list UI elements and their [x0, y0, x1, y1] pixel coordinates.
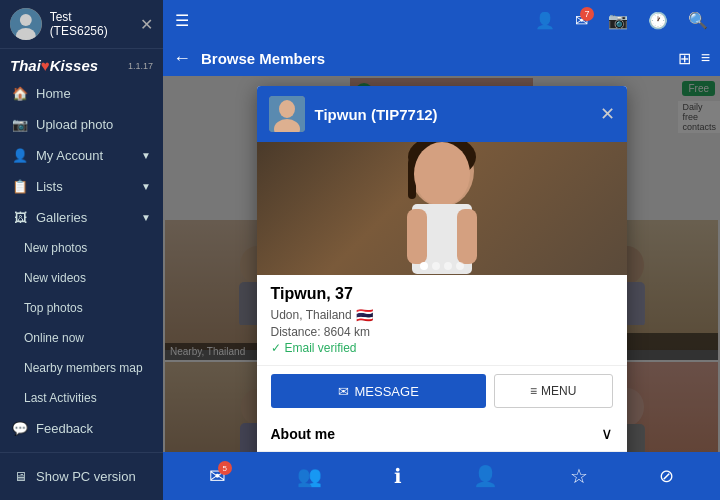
grid-view-icon[interactable]: ⊞ — [678, 49, 691, 68]
show-pc-version[interactable]: 🖥 Show PC version — [0, 461, 163, 492]
messages-icon[interactable]: ✉ 7 — [575, 11, 588, 30]
person-icon: 👤 — [12, 148, 28, 163]
sidebar-bottom: 🖥 Show PC version — [0, 452, 163, 500]
bottom-members-icon[interactable]: 👥 — [297, 464, 322, 488]
home-icon: 🏠 — [12, 86, 28, 101]
nav-feedback[interactable]: 💬 Feedback — [0, 413, 163, 444]
member-main-photo — [352, 142, 532, 275]
bottom-messages-icon[interactable]: ✉ 5 — [209, 464, 226, 488]
sidebar-nav: 🏠 Home 📷 Upload photo 👤 My Account ▼ 📋 L… — [0, 78, 163, 452]
nav-languages[interactable]: 🌐 Languages — [0, 444, 163, 452]
chevron-right-icon: ∨ — [601, 424, 613, 443]
envelope-icon: ✉ — [338, 384, 349, 399]
nav-top-photos-label: Top photos — [24, 301, 83, 315]
bottom-favorites-icon[interactable]: ☆ — [570, 464, 588, 488]
list-view-icon[interactable]: ≡ — [701, 49, 710, 67]
nav-new-photos-label: New photos — [24, 241, 87, 255]
menu-lines-icon: ≡ — [530, 384, 537, 398]
about-title: About me — [271, 426, 336, 442]
bottom-profile-icon[interactable]: 👤 — [473, 464, 498, 488]
photo-dot-4[interactable] — [456, 262, 464, 270]
nav-lists-label: Lists — [36, 179, 63, 194]
clock-icon[interactable]: 🕐 — [648, 11, 668, 30]
menu-label: MENU — [541, 384, 576, 398]
svg-rect-26 — [407, 209, 427, 264]
camera-icon: 📷 — [12, 117, 28, 132]
show-pc-label: Show PC version — [36, 469, 136, 484]
nav-nearby-map[interactable]: Nearby members map — [0, 353, 163, 383]
sidebar-close-icon[interactable]: ✕ — [140, 15, 153, 34]
profile-icon[interactable]: 👤 — [535, 11, 555, 30]
member-location: Udon, Thailand 🇹🇭 — [271, 307, 613, 323]
nav-home[interactable]: 🏠 Home — [0, 78, 163, 109]
nav-account-label: My Account — [36, 148, 103, 163]
message-label: MESSAGE — [355, 384, 419, 399]
main-area: ☰ 👤 ✉ 7 📷 🕐 🔍 ← Browse Members ⊞ ≡ — [163, 0, 720, 500]
svg-point-18 — [279, 100, 295, 118]
photo-dot-3[interactable] — [444, 262, 452, 270]
back-icon[interactable]: ← — [173, 48, 191, 69]
logo-heart: ♥ — [41, 57, 50, 74]
sidebar-header: Test (TES6256) ✕ — [0, 0, 163, 49]
list-icon: 📋 — [12, 179, 28, 194]
gallery-icon: 🖼 — [12, 210, 28, 225]
svg-point-23 — [414, 142, 470, 206]
sidebar-username: Test (TES6256) — [50, 10, 132, 38]
photo-dots — [420, 262, 464, 270]
about-me-section[interactable]: About me ∨ — [257, 416, 627, 452]
feedback-icon: 💬 — [12, 421, 28, 436]
nav-new-videos[interactable]: New videos — [0, 263, 163, 293]
bottom-message-badge: 5 — [218, 461, 232, 475]
bottom-bar: ✉ 5 👥 ℹ 👤 ☆ ⊘ — [163, 452, 720, 500]
chevron-down-icon-2: ▼ — [141, 181, 151, 192]
nav-activities-label: Last Activities — [24, 391, 97, 405]
photo-dot-2[interactable] — [432, 262, 440, 270]
message-badge: 7 — [580, 7, 594, 21]
verified-label: Email verified — [285, 341, 357, 355]
browse-header: ← Browse Members ⊞ ≡ — [163, 40, 720, 76]
modal-info: Tipwun, 37 Udon, Thailand 🇹🇭 Distance: 8… — [257, 275, 627, 366]
nav-online-label: Online now — [24, 331, 84, 345]
monitor-icon: 🖥 — [12, 469, 28, 484]
logo-thai: Thai — [10, 57, 41, 74]
menu-icon[interactable]: ☰ — [175, 11, 189, 30]
logo-area: Thai♥Kisses 1.1.17 — [0, 49, 163, 78]
svg-rect-25 — [457, 209, 477, 264]
camera-top-icon[interactable]: 📷 — [608, 11, 628, 30]
sidebar: Test (TES6256) ✕ Thai♥Kisses 1.1.17 🏠 Ho… — [0, 0, 163, 500]
top-bar: ☰ 👤 ✉ 7 📷 🕐 🔍 — [163, 0, 720, 40]
svg-point-1 — [20, 14, 32, 26]
member-distance: Distance: 8604 km — [271, 325, 613, 339]
content-area: F Kanlayanee, 35 Krung Thep Maha Nakhon,… — [163, 76, 720, 452]
nav-new-photos[interactable]: New photos — [0, 233, 163, 263]
avatar — [10, 8, 42, 40]
email-verified: ✓ Email verified — [271, 341, 613, 355]
logo-kisses: Kisses — [50, 57, 98, 74]
nav-home-label: Home — [36, 86, 71, 101]
menu-button[interactable]: ≡ MENU — [494, 374, 613, 408]
nav-upload-label: Upload photo — [36, 117, 113, 132]
nav-upload-photo[interactable]: 📷 Upload photo — [0, 109, 163, 140]
nav-last-activities[interactable]: Last Activities — [0, 383, 163, 413]
nav-my-account[interactable]: 👤 My Account ▼ — [0, 140, 163, 171]
nav-galleries-label: Galleries — [36, 210, 87, 225]
modal-header: Tipwun (TIP7712) ✕ — [257, 86, 627, 142]
modal-close-button[interactable]: ✕ — [600, 103, 615, 125]
check-icon: ✓ — [271, 341, 281, 355]
nav-nearby-label: Nearby members map — [24, 361, 143, 375]
nav-top-photos[interactable]: Top photos — [0, 293, 163, 323]
member-name-age: Tipwun, 37 — [271, 285, 613, 303]
search-top-icon[interactable]: 🔍 — [688, 11, 708, 30]
nav-galleries[interactable]: 🖼 Galleries ▼ — [0, 202, 163, 233]
member-detail-modal: Tipwun (TIP7712) ✕ — [257, 86, 627, 452]
message-button[interactable]: ✉ MESSAGE — [271, 374, 486, 408]
nav-new-videos-label: New videos — [24, 271, 86, 285]
nav-lists[interactable]: 📋 Lists ▼ — [0, 171, 163, 202]
modal-member-name: Tipwun (TIP7712) — [315, 106, 590, 123]
photo-dot-1[interactable] — [420, 262, 428, 270]
modal-photo[interactable] — [257, 142, 627, 275]
nav-online-now[interactable]: Online now — [0, 323, 163, 353]
version-text: 1.1.17 — [128, 61, 153, 71]
bottom-block-icon[interactable]: ⊘ — [659, 465, 674, 487]
bottom-info-icon[interactable]: ℹ — [394, 464, 402, 488]
